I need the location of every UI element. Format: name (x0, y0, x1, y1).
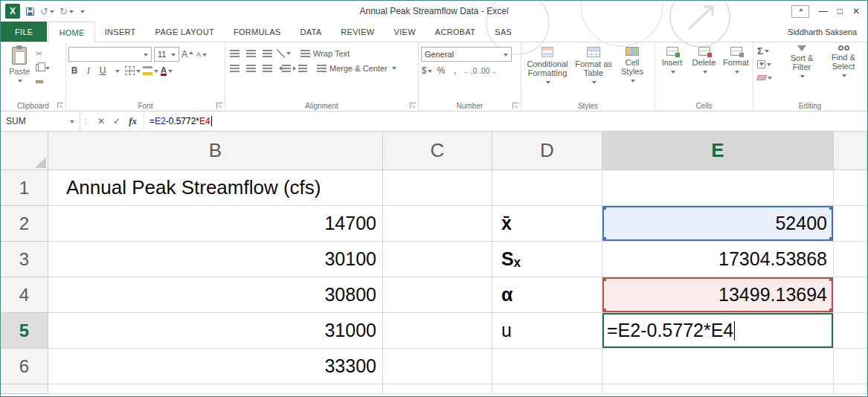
orientation-button[interactable] (277, 47, 291, 59)
italic-button[interactable]: I (83, 64, 94, 77)
cell-D3[interactable]: Sₓ (492, 242, 602, 277)
insert-cells-button[interactable]: Insert (658, 47, 687, 100)
row-header-6[interactable]: 6 (1, 349, 48, 384)
row-header-5[interactable]: 5 (1, 313, 48, 349)
account-name[interactable]: Siddharth Saksena (788, 22, 867, 42)
clear-button[interactable] (757, 72, 779, 83)
underline-button[interactable]: U (97, 64, 109, 77)
cell-E5-editing[interactable]: =E2-0.5772*E4 (602, 313, 834, 349)
cell-F4[interactable] (834, 277, 867, 313)
cell-C6[interactable] (383, 349, 492, 384)
cell-B2[interactable]: 14700 (48, 206, 383, 242)
cell-E4[interactable]: 13499.13694 (602, 277, 834, 313)
cell-F6[interactable] (834, 349, 867, 384)
find-select-button[interactable]: Find & Select (824, 45, 863, 100)
tab-formulas[interactable]: FORMULAS (224, 22, 291, 42)
insert-function-button[interactable]: fx (129, 115, 137, 127)
maximize-button[interactable]: □ (838, 6, 843, 16)
cell-D5[interactable]: u (492, 313, 602, 349)
cell-F3[interactable] (834, 242, 867, 277)
row-header-2[interactable]: 2 (1, 206, 48, 242)
cell-D6[interactable] (492, 349, 602, 384)
column-header-e[interactable]: E (602, 132, 834, 170)
fill-button[interactable] (757, 59, 779, 69)
minimize-button[interactable]: — (819, 6, 828, 16)
column-header-partial[interactable] (834, 132, 867, 170)
align-right-button[interactable] (260, 62, 274, 74)
number-format-combo[interactable]: General (421, 47, 512, 62)
cell-B7[interactable] (48, 384, 383, 394)
select-all-corner[interactable] (1, 132, 48, 170)
cell-E6[interactable] (602, 349, 834, 384)
tab-view[interactable]: VIEW (385, 22, 425, 42)
cell-D4[interactable]: α (492, 277, 602, 313)
cell-C5[interactable] (383, 313, 492, 349)
increase-decimal-button[interactable]: ←.0 (463, 64, 477, 77)
merge-center-button[interactable]: Merge & Center (317, 64, 396, 73)
decrease-decimal-button[interactable]: .00→ (479, 64, 497, 77)
row-header-1[interactable]: 1 (1, 170, 48, 206)
dialog-launcher-icon[interactable] (512, 103, 518, 109)
fill-color-button[interactable] (143, 64, 158, 77)
cell-C1[interactable] (383, 170, 492, 206)
cell-F7[interactable] (834, 384, 867, 394)
cell-C2[interactable] (383, 206, 492, 242)
align-top-button[interactable] (228, 47, 242, 59)
redo-button[interactable]: ↻ (60, 6, 74, 17)
cancel-button[interactable]: ✕ (97, 116, 105, 126)
dialog-launcher-icon[interactable] (216, 103, 222, 109)
sort-filter-button[interactable]: Sort & Filter (782, 45, 821, 100)
column-header-c[interactable]: C (383, 132, 492, 170)
format-as-table-button[interactable]: Format as Table (573, 47, 614, 100)
row-header-7-partial[interactable] (1, 384, 48, 394)
ribbon-display-options-button[interactable] (791, 5, 809, 18)
cell-B6[interactable]: 33300 (48, 349, 383, 384)
cell-F1[interactable] (834, 170, 867, 206)
cell-F5[interactable] (834, 313, 867, 349)
dialog-launcher-icon[interactable] (410, 103, 416, 109)
cell-D2[interactable]: x̄ (492, 206, 602, 242)
align-left-button[interactable] (228, 62, 242, 74)
align-center-button[interactable] (244, 62, 258, 74)
column-header-d[interactable]: D (492, 132, 602, 170)
save-button[interactable] (25, 7, 35, 16)
name-box[interactable]: SUM (1, 112, 80, 131)
row-header-3[interactable]: 3 (1, 242, 48, 277)
align-bottom-button[interactable] (260, 47, 274, 59)
cell-E3[interactable]: 17304.53868 (602, 242, 834, 277)
cell-E2[interactable]: 52400 (602, 206, 834, 242)
cell-C4[interactable] (383, 277, 492, 313)
enter-button[interactable]: ✓ (113, 116, 120, 126)
tab-sas[interactable]: SAS (485, 22, 521, 42)
cell-B1[interactable]: Annual Peak Streamflow (cfs) (48, 170, 383, 206)
font-color-button[interactable]: A (161, 64, 173, 77)
tab-page-layout[interactable]: PAGE LAYOUT (146, 22, 224, 42)
tab-review[interactable]: REVIEW (331, 22, 384, 42)
percent-style-button[interactable]: % (435, 64, 447, 77)
grow-font-button[interactable]: A (181, 48, 193, 61)
wrap-text-button[interactable]: Wrap Text (300, 49, 350, 58)
formula-input[interactable]: =E2-0.5772*E4 (144, 112, 212, 131)
tab-data[interactable]: DATA (290, 22, 331, 42)
copy-button[interactable] (36, 62, 50, 73)
cell-B3[interactable]: 30100 (48, 242, 383, 277)
format-painter-button[interactable] (36, 77, 50, 87)
column-header-b[interactable]: B (48, 132, 383, 170)
cell-F2[interactable] (834, 206, 867, 242)
autosum-button[interactable]: Σ (757, 45, 779, 56)
decrease-indent-button[interactable] (277, 62, 291, 74)
cell-C3[interactable] (383, 242, 492, 277)
tab-file[interactable]: FILE (1, 22, 47, 42)
bold-button[interactable]: B (68, 64, 80, 77)
customize-qat-button[interactable] (79, 9, 85, 14)
cell-E7[interactable] (602, 384, 834, 394)
excel-logo-icon[interactable]: X (5, 4, 20, 19)
cell-B5[interactable]: 31000 (48, 313, 383, 349)
tab-insert[interactable]: INSERT (95, 22, 146, 42)
formula-bar-splitter[interactable]: ⋮ (80, 112, 91, 131)
comma-style-button[interactable]: , (449, 64, 461, 77)
accounting-format-button[interactable]: $ (421, 64, 433, 77)
delete-cells-button[interactable]: Delete (689, 47, 718, 100)
shrink-font-button[interactable]: A (196, 48, 208, 61)
cell-C7[interactable] (383, 384, 492, 394)
